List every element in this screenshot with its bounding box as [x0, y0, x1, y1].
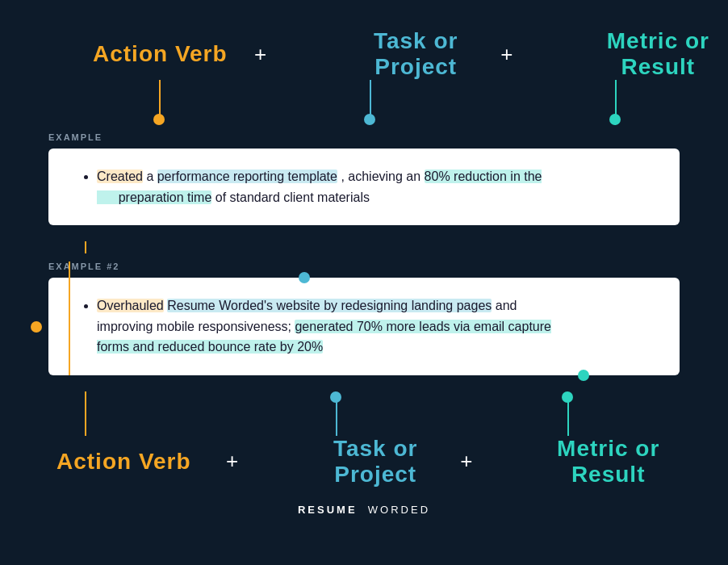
top-plus2: + [500, 42, 513, 67]
example1-card: Created a performance reporting template… [48, 149, 680, 225]
orange-left-line-gap [85, 241, 86, 253]
blue-dot-card2-top [299, 272, 310, 283]
blue-line-bottom [336, 397, 337, 436]
footer-worded: WORDED [368, 504, 430, 516]
blue-dot-top [364, 114, 375, 125]
example1-bullet-item: Created a performance reporting template… [97, 166, 655, 207]
bottom-action-verb-label: Action Verb [56, 449, 210, 475]
bottom-metric-label: Metric or Result [537, 436, 680, 488]
bottom-plus1: + [226, 449, 238, 474]
teal-dot-bottom-top [562, 391, 573, 403]
top-connectors [32, 80, 696, 124]
top-plus1: + [254, 42, 266, 67]
example1-text-b: , achieving an [341, 170, 424, 183]
example1-task-span: performance reporting template [157, 170, 337, 183]
example1-label: EXAMPLE [48, 132, 680, 142]
teal-dot-card2-bottom [578, 370, 589, 381]
example1-bullet-list: Created a performance reporting template… [89, 166, 655, 207]
example2-bullet-item: Overhauled Resume Worded's website by re… [97, 295, 655, 358]
bottom-plus2: + [460, 449, 472, 474]
bottom-formula-row: Action Verb + Task or Project + Metric o… [32, 436, 696, 496]
bottom-task-label: Task or Project [307, 436, 444, 488]
top-metric-label: Metric or Result [589, 28, 726, 80]
orange-left-vertical [69, 262, 70, 375]
example2-bullet-list: Overhauled Resume Worded's website by re… [89, 295, 655, 358]
bottom-connectors [32, 391, 696, 436]
top-formula-row: Action Verb + Task or Project + Metric o… [32, 16, 696, 80]
example1-action-span: Created [97, 170, 143, 183]
example2-action-span: Overhauled [97, 299, 164, 312]
example1-text-a: a [146, 170, 157, 183]
teal-dot-top [609, 114, 621, 125]
example2-label: EXAMPLE #2 [48, 262, 680, 271]
orange-line-top [159, 80, 161, 119]
footer: RESUME WORDED [32, 504, 696, 516]
blue-dot-bottom-top [330, 391, 341, 403]
example2-card: Overhauled Resume Worded's website by re… [48, 278, 680, 375]
gap1 [32, 241, 696, 253]
example1-text-c: of standard client materials [215, 190, 370, 204]
orange-line-bottom [85, 391, 86, 436]
example2-task-span: Resume Worded's website by redesigning l… [167, 299, 492, 312]
orange-dot-card2-left [31, 321, 42, 333]
teal-line-top [615, 80, 617, 119]
main-container: Action Verb + Task or Project + Metric o… [0, 0, 728, 565]
blue-line-top [370, 80, 371, 119]
example1-section: EXAMPLE Created a performance reporting … [32, 132, 696, 225]
top-task-label: Task or Project [347, 28, 484, 80]
footer-resume: RESUME [298, 504, 358, 516]
top-action-verb-label: Action Verb [93, 41, 238, 67]
teal-line-bottom [567, 397, 569, 436]
example2-section: EXAMPLE #2 Overhauled Resume Worded's we… [32, 262, 696, 375]
orange-dot-top [153, 114, 165, 125]
